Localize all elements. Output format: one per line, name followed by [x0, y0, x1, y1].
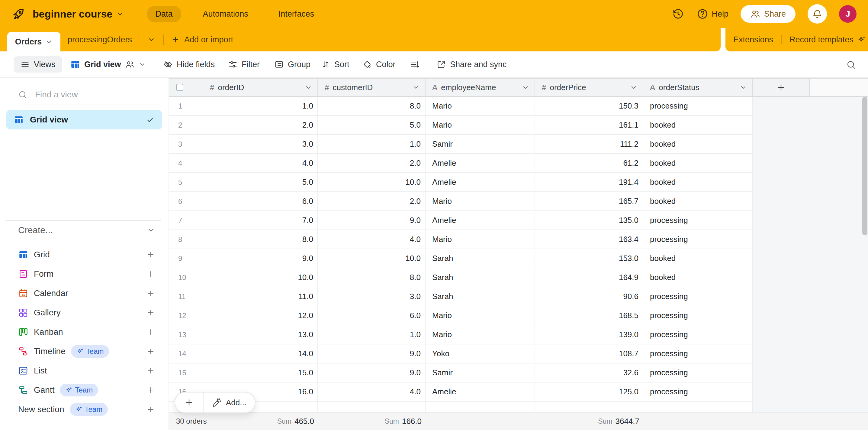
cell-customerID[interactable]: 2.0 [318, 154, 426, 173]
summary-orderID[interactable]: Sum 465.0 [236, 412, 314, 430]
add-view-button[interactable] [146, 366, 155, 375]
help-button[interactable]: Help [696, 8, 728, 20]
create-view-item[interactable]: Form [0, 264, 168, 284]
add-or-import-button[interactable]: Add or import [171, 28, 233, 51]
add-view-button[interactable] [146, 347, 155, 356]
row-height-button[interactable] [409, 51, 420, 78]
base-title[interactable]: beginner course [33, 8, 124, 20]
cell-orderStatus[interactable]: processing [643, 287, 753, 306]
cell-orderStatus[interactable]: processing [643, 230, 753, 249]
add-view-button[interactable] [146, 327, 155, 337]
cell-orderStatus[interactable]: booked [643, 154, 753, 173]
summary-orderPrice[interactable]: Sum 3644.7 [561, 412, 639, 430]
tab-automations[interactable]: Automations [194, 6, 257, 22]
sidebar-item-grid-view[interactable]: Grid view [6, 110, 162, 130]
cell-orderStatus[interactable]: booked [643, 116, 753, 135]
cell-orderID[interactable]: 15 15.0 [169, 364, 318, 382]
tab-processing-orders[interactable]: processingOrders [68, 28, 132, 51]
notifications-button[interactable] [808, 4, 827, 24]
column-header-customerID[interactable]: # customerID [318, 79, 426, 97]
magic-add-button[interactable]: Add... [204, 398, 255, 407]
cell-employeeName[interactable]: Amelie [426, 382, 535, 402]
column-header-orderPrice[interactable]: # orderPrice [535, 79, 643, 97]
cell-customerID[interactable]: 1.0 [318, 325, 426, 344]
cell-customerID[interactable]: 1.0 [318, 135, 426, 154]
search-icon[interactable] [846, 60, 856, 69]
create-view-item[interactable]: Kanban [0, 322, 168, 342]
cell-customerID[interactable]: 5.0 [318, 116, 426, 135]
find-a-view-input[interactable] [35, 90, 159, 99]
share-button[interactable]: Share [741, 5, 796, 23]
chevron-down-icon[interactable] [412, 84, 420, 91]
cell-orderPrice[interactable]: 168.5 [535, 306, 643, 325]
view-switcher[interactable]: Grid view [70, 51, 146, 78]
cell-customerID[interactable]: 3.0 [318, 287, 426, 306]
cell-employeeName[interactable]: Sarah [426, 268, 535, 287]
cell-orderID[interactable]: 8 8.0 [169, 230, 318, 249]
cell-orderStatus[interactable]: booked [643, 173, 753, 192]
cell-employeeName[interactable]: Samir [426, 135, 535, 154]
cell-employeeName[interactable]: Mario [426, 325, 535, 344]
cell-orderStatus[interactable]: processing [643, 306, 753, 325]
cell-orderStatus[interactable]: booked [643, 249, 753, 268]
cell-employeeName[interactable]: Yoko [426, 344, 535, 364]
cell-orderID[interactable]: 14 14.0 [169, 344, 318, 364]
cell-orderPrice[interactable]: 61.2 [535, 154, 643, 173]
cell-orderPrice[interactable]: 163.4 [535, 230, 643, 249]
cell-customerID[interactable]: 6.0 [318, 306, 426, 325]
color-button[interactable]: Color [363, 51, 396, 78]
create-view-item[interactable]: Gallery [0, 303, 168, 322]
extensions-button[interactable]: Extensions [733, 35, 773, 45]
cell-orderPrice[interactable]: 164.9 [535, 268, 643, 287]
cell-orderID[interactable]: 1 1.0 [169, 97, 318, 116]
cell-orderID[interactable]: 4 4.0 [169, 154, 318, 173]
create-view-item[interactable]: Timeline Team [0, 342, 168, 361]
cell-employeeName[interactable]: Mario [426, 192, 535, 211]
add-view-button[interactable] [146, 385, 155, 395]
create-view-item[interactable]: Gantt Team [0, 380, 168, 400]
add-view-button[interactable] [146, 405, 155, 414]
history-icon[interactable] [672, 7, 684, 20]
column-header-orderID[interactable]: # orderID [169, 79, 318, 97]
cell-customerID[interactable]: 8.0 [318, 268, 426, 287]
cell-orderPrice[interactable]: 32.6 [535, 364, 643, 382]
cell-employeeName[interactable]: Mario [426, 230, 535, 249]
select-all-checkbox[interactable] [176, 84, 183, 91]
chevron-down-icon[interactable] [630, 84, 637, 91]
cell-employeeName[interactable]: Mario [426, 306, 535, 325]
cell-orderPrice[interactable]: 161.1 [535, 116, 643, 135]
cell[interactable] [535, 402, 643, 412]
cell-orderID[interactable]: 5 5.0 [169, 173, 318, 192]
tab-interfaces[interactable]: Interfaces [270, 6, 323, 22]
cell-orderPrice[interactable]: 135.0 [535, 211, 643, 230]
cell-customerID[interactable]: 4.0 [318, 230, 426, 249]
cell-employeeName[interactable]: Sarah [426, 287, 535, 306]
add-view-button[interactable] [146, 250, 155, 259]
cell-employeeName[interactable]: Amelie [426, 211, 535, 230]
cell-orderStatus[interactable]: processing [643, 97, 753, 116]
cell-orderStatus[interactable]: processing [643, 364, 753, 382]
share-and-sync-button[interactable]: Share and sync [436, 51, 507, 78]
cell-customerID[interactable]: 10.0 [318, 249, 426, 268]
cell-orderID[interactable]: 6 6.0 [169, 192, 318, 211]
cell-orderPrice[interactable]: 153.0 [535, 249, 643, 268]
tab-list-chevron-icon[interactable] [147, 28, 155, 51]
column-header-orderStatus[interactable]: A orderStatus [643, 79, 753, 97]
cell-orderPrice[interactable]: 125.0 [535, 382, 643, 402]
cell-customerID[interactable]: 9.0 [318, 211, 426, 230]
cell-orderStatus[interactable]: processing [643, 382, 753, 402]
cell-orderID[interactable]: 7 7.0 [169, 211, 318, 230]
sort-button[interactable]: Sort [321, 51, 349, 78]
cell-orderStatus[interactable]: processing [643, 325, 753, 344]
rocket-logo-icon[interactable] [11, 7, 25, 21]
cell-employeeName[interactable]: Amelie [426, 154, 535, 173]
cell-customerID[interactable]: 9.0 [318, 344, 426, 364]
find-a-view[interactable] [18, 86, 159, 104]
filter-button[interactable]: Filter [228, 51, 260, 78]
cell-employeeName[interactable]: Mario [426, 116, 535, 135]
cell-orderPrice[interactable]: 108.7 [535, 344, 643, 364]
cell-customerID[interactable]: 10.0 [318, 173, 426, 192]
tab-orders[interactable]: Orders [7, 32, 60, 51]
cell-orderID[interactable]: 9 9.0 [169, 249, 318, 268]
cell-orderID[interactable]: 12 12.0 [169, 306, 318, 325]
